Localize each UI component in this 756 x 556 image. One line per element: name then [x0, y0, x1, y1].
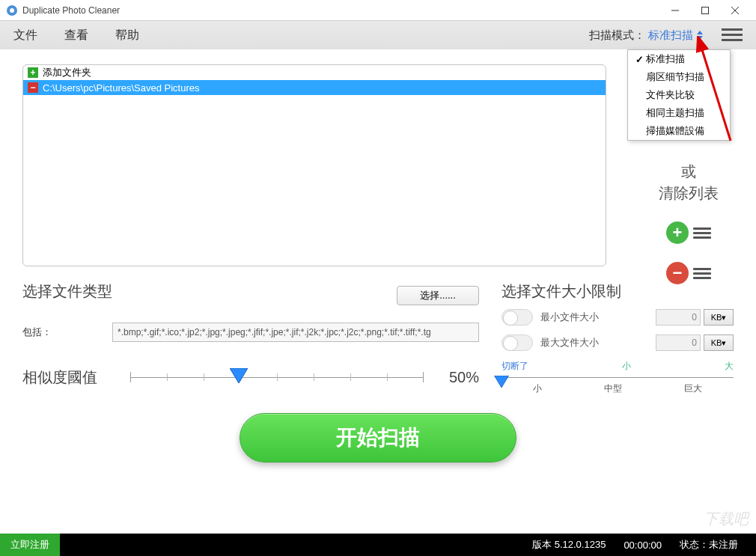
app-icon — [6, 4, 18, 16]
svg-marker-13 — [230, 368, 248, 383]
similarity-value: 50% — [434, 369, 479, 386]
size-slider-mid: 中型 — [604, 382, 622, 395]
check-icon: ✓ — [632, 54, 646, 65]
list-icon — [693, 225, 711, 241]
status-bar: 立即注册 版本 5.12.0.1235 00:00:00 状态：未注册 — [0, 534, 756, 556]
title-bar: Duplicate Photo Cleaner — [0, 0, 756, 21]
scan-mode-label: 扫描模式： — [589, 28, 645, 43]
sizelimit-title: 选择文件大小限制 — [502, 281, 734, 302]
start-scan-button[interactable]: 开始扫描 — [240, 413, 516, 462]
plus-circle-icon: + — [666, 222, 689, 244]
list-icon — [693, 266, 711, 281]
maximize-button[interactable] — [690, 0, 720, 21]
minus-circle-icon: − — [666, 262, 689, 284]
menu-help[interactable]: 帮助 — [115, 28, 139, 43]
size-slider-handle-icon[interactable] — [494, 376, 509, 388]
scan-mode-value: 标准扫描 — [648, 28, 693, 43]
minimize-button[interactable] — [660, 0, 690, 21]
svg-rect-10 — [722, 39, 743, 41]
size-slider-huge: 巨大 — [684, 382, 702, 395]
menu-view[interactable]: 查看 — [64, 28, 88, 43]
min-size-input[interactable] — [656, 309, 701, 326]
hamburger-icon[interactable] — [722, 27, 743, 43]
scan-mode-option-detail[interactable]: 扇区细节扫描 — [628, 68, 730, 86]
size-slider-small: 小 — [533, 382, 542, 395]
select-filetype-button[interactable]: 选择...... — [397, 286, 479, 305]
size-slider[interactable] — [502, 377, 734, 378]
folder-path: C:\Users\pc\Pictures\Saved Pictures — [43, 82, 200, 94]
svg-rect-8 — [722, 28, 743, 31]
clear-list-label: 清除列表 — [659, 183, 719, 204]
svg-rect-9 — [722, 34, 743, 36]
min-size-unit[interactable]: KB▾ — [704, 309, 734, 326]
svg-point-1 — [10, 8, 14, 13]
or-label: 或 — [681, 162, 696, 182]
watermark: 下载吧 — [704, 509, 749, 529]
minus-icon: − — [28, 82, 38, 93]
scan-mode-option-media-device[interactable]: 掃描媒體設備 — [628, 122, 730, 140]
svg-marker-6 — [697, 31, 703, 34]
min-size-toggle[interactable] — [502, 309, 533, 326]
scan-mode-option-folder-compare[interactable]: 文件夹比较 — [628, 86, 730, 104]
add-list-button[interactable]: + — [666, 222, 711, 244]
min-size-label: 最小文件大小 — [540, 311, 656, 324]
slider-handle-icon[interactable] — [230, 368, 248, 383]
scan-mode-option-standard[interactable]: ✓标准扫描 — [628, 50, 730, 68]
svg-marker-7 — [697, 36, 703, 40]
add-folder-label: 添加文件夹 — [43, 66, 91, 79]
size-slider-small-top: 小 — [622, 360, 631, 373]
similarity-label: 相似度國值 — [22, 367, 120, 388]
include-input[interactable] — [112, 323, 479, 342]
max-size-label: 最大文件大小 — [540, 336, 656, 349]
plus-icon: + — [28, 67, 38, 78]
status-text: 状态：未注册 — [680, 538, 738, 552]
close-button[interactable] — [720, 0, 750, 21]
add-folder-row[interactable]: + 添加文件夹 — [23, 65, 606, 80]
scan-mode-option-same-subject[interactable]: 相同主题扫描 — [628, 104, 730, 122]
filetype-title: 选择文件类型 — [22, 281, 112, 302]
menu-bar: 文件 查看 帮助 扫描模式： 标准扫描 — [0, 21, 756, 49]
svg-rect-3 — [702, 7, 709, 13]
max-size-toggle[interactable] — [502, 334, 533, 351]
remove-list-button[interactable]: − — [666, 262, 711, 284]
scan-mode-menu: ✓标准扫描 扇区细节扫描 文件夹比较 相同主题扫描 掃描媒體設備 — [627, 49, 731, 141]
time-text: 00:00:00 — [624, 540, 662, 551]
menu-file[interactable]: 文件 — [13, 28, 37, 43]
window-title: Duplicate Photo Cleaner — [22, 5, 120, 16]
register-button[interactable]: 立即注册 — [0, 534, 60, 556]
version-text: 版本 5.12.0.1235 — [532, 538, 606, 552]
include-label: 包括： — [22, 326, 112, 339]
scan-mode-dropdown[interactable]: 标准扫描 — [648, 28, 704, 43]
size-slider-big-top: 大 — [725, 360, 734, 373]
max-size-unit[interactable]: KB▾ — [704, 334, 734, 351]
similarity-slider[interactable] — [130, 377, 424, 378]
size-slider-cut-label: 切断了 — [502, 360, 528, 373]
max-size-input[interactable] — [656, 334, 701, 351]
sort-icon — [696, 31, 704, 40]
folder-path-row[interactable]: − C:\Users\pc\Pictures\Saved Pictures — [23, 80, 606, 95]
svg-marker-14 — [494, 376, 508, 388]
folder-list: + 添加文件夹 − C:\Users\pc\Pictures\Saved Pic… — [22, 64, 606, 266]
